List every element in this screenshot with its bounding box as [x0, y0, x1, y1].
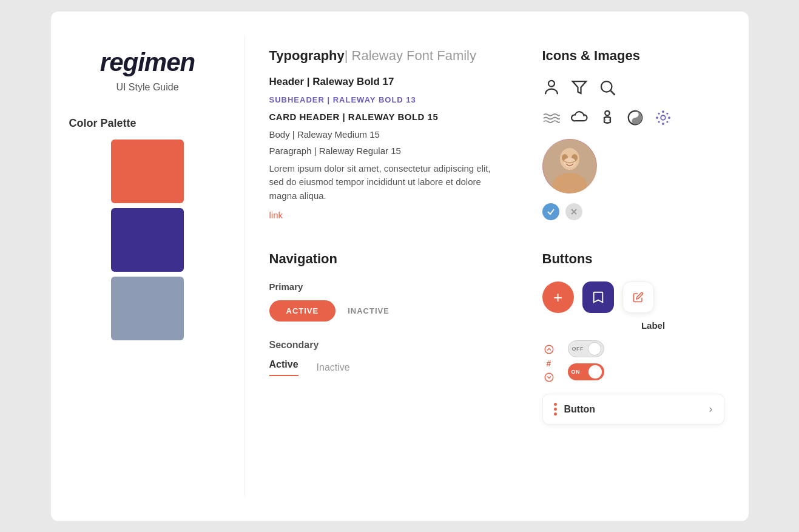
- icons-title: Icons & Images: [542, 48, 724, 64]
- search-icon: [598, 78, 616, 99]
- color-swatch-orange: [111, 140, 184, 203]
- toggle-off[interactable]: OFF: [568, 340, 604, 357]
- buttons-title: Buttons: [542, 251, 724, 267]
- color-swatch-purple: [111, 208, 184, 272]
- status-icons-row: [542, 203, 724, 220]
- typo-pipe: | Raleway Font Family: [345, 48, 476, 63]
- svg-point-18: [666, 121, 668, 123]
- toggle-on[interactable]: ON: [568, 363, 604, 380]
- button-label: Label: [582, 320, 724, 331]
- wave-icon: [542, 109, 561, 129]
- svg-point-29: [545, 373, 553, 382]
- logo: regimen: [100, 48, 195, 77]
- svg-point-6: [609, 119, 610, 121]
- type-body: Body | Raleway Medium 15: [269, 129, 506, 140]
- filter-icon: [570, 78, 588, 99]
- sun-dotted-icon: [654, 109, 672, 129]
- main-content: Typography| Raleway Font Family Header |…: [245, 36, 749, 497]
- person-icon: [542, 78, 561, 99]
- arrow-down-icon: [542, 371, 556, 384]
- add-button[interactable]: +: [542, 281, 574, 313]
- nav-active-button[interactable]: ACTIVE: [269, 300, 336, 322]
- svg-point-16: [666, 112, 668, 114]
- dot-2: [554, 408, 557, 411]
- hash-icon: #: [542, 359, 556, 368]
- type-header: Header | Raleway Bold 17: [269, 76, 506, 88]
- list-btn-left: Button: [554, 403, 596, 416]
- buttons-section: Buttons + Label: [542, 251, 724, 425]
- svg-point-0: [548, 80, 555, 86]
- svg-point-8: [634, 113, 636, 115]
- toggle-arrows: #: [542, 343, 556, 384]
- svg-point-11: [662, 110, 664, 113]
- subtitle: UI Style Guide: [116, 82, 178, 93]
- typography-title: Typography| Raleway Font Family: [269, 48, 506, 64]
- toggle-on-label: ON: [571, 369, 581, 375]
- svg-point-14: [668, 116, 670, 119]
- svg-point-9: [634, 120, 636, 122]
- icons-row-1: [542, 78, 724, 99]
- bookmark-button[interactable]: [582, 281, 614, 313]
- svg-point-4: [605, 110, 610, 115]
- status-x-icon: [565, 203, 582, 220]
- list-btn-text: Button: [564, 404, 596, 415]
- profile-photo: [542, 139, 597, 194]
- toggle-off-label: OFF: [572, 346, 584, 352]
- edit-button[interactable]: [622, 281, 654, 313]
- navigation-title: Navigation: [269, 251, 506, 267]
- primary-label: Primary: [269, 281, 506, 292]
- list-btn-chevron-icon: ›: [709, 403, 713, 416]
- arrow-up-icon: [542, 343, 556, 356]
- cloud-icon: [570, 109, 588, 129]
- sec-nav-inactive[interactable]: Inactive: [317, 362, 350, 373]
- toggle-on-knob: [588, 365, 602, 379]
- list-btn-dots: [554, 403, 557, 416]
- svg-point-10: [661, 115, 666, 120]
- nav-inactive-button[interactable]: INACTIVE: [348, 306, 389, 315]
- toggle-off-knob: [588, 342, 601, 355]
- svg-marker-1: [572, 81, 586, 93]
- svg-point-28: [545, 345, 553, 354]
- typography-section: Typography| Raleway Font Family Header |…: [269, 48, 506, 221]
- primary-nav: ACTIVE INACTIVE: [269, 300, 506, 322]
- color-palette-title: Color Palette: [69, 117, 137, 130]
- secondary-nav: Active Inactive: [269, 359, 506, 376]
- type-link[interactable]: link: [269, 210, 283, 220]
- status-check-icon: [542, 203, 559, 220]
- type-subheader: SUBHEADER | RALEWAY BOLD 13: [269, 95, 506, 104]
- icons-section: Icons & Images: [542, 48, 724, 221]
- sidebar: regimen UI Style Guide Color Palette: [51, 36, 245, 497]
- svg-point-13: [656, 116, 658, 119]
- yinyang-icon: [626, 109, 644, 129]
- svg-point-12: [662, 123, 664, 125]
- icons-row-2: [542, 109, 724, 129]
- color-swatch-blue: [111, 277, 184, 340]
- type-lorem: Lorem ipsum dolor sit amet, consectetur …: [269, 162, 506, 203]
- sec-nav-active[interactable]: Active: [269, 359, 298, 376]
- main-card: regimen UI Style Guide Color Palette Typ…: [51, 12, 749, 521]
- type-paragraph: Paragraph | Raleway Regular 15: [269, 146, 506, 156]
- toggles-col: OFF ON: [568, 340, 604, 380]
- svg-line-3: [610, 90, 615, 95]
- navigation-section: Navigation Primary ACTIVE INACTIVE Secon…: [269, 251, 506, 425]
- baby-icon: [598, 109, 616, 129]
- svg-point-17: [658, 121, 659, 123]
- typography-label: Typography: [269, 48, 345, 63]
- type-card-header: CARD HEADER | RALEWAY BOLD 15: [269, 112, 506, 122]
- bottom-section: Navigation Primary ACTIVE INACTIVE Secon…: [269, 251, 724, 425]
- svg-point-15: [658, 112, 659, 114]
- svg-point-2: [601, 81, 612, 92]
- top-section: Typography| Raleway Font Family Header |…: [269, 48, 724, 221]
- dot-3: [554, 412, 557, 416]
- list-button[interactable]: Button ›: [542, 394, 724, 425]
- buttons-row: +: [542, 281, 724, 313]
- svg-point-5: [604, 119, 606, 121]
- toggles-area: # OFF ON: [542, 340, 724, 384]
- secondary-label: Secondary: [269, 340, 506, 351]
- dot-1: [554, 403, 557, 406]
